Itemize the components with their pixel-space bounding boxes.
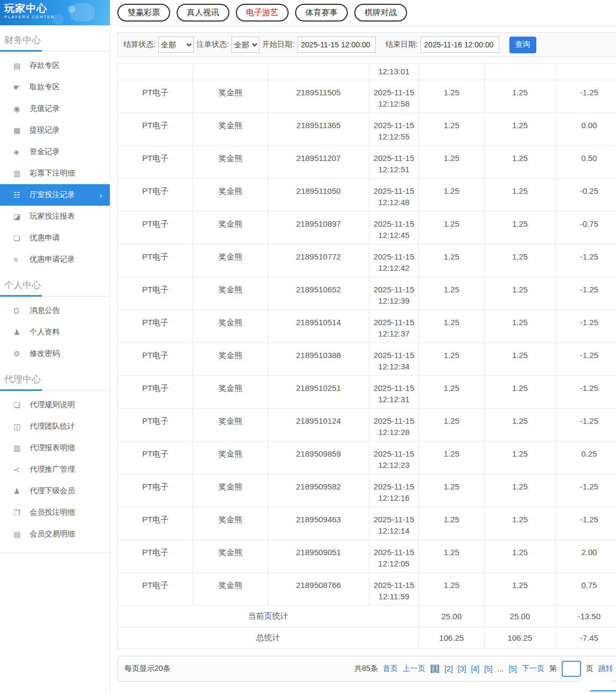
- next-page-link[interactable]: 下一页: [522, 664, 544, 674]
- nav-pill-active[interactable]: 电子游艺: [236, 4, 289, 22]
- cell-bet-amount: 1.25: [419, 113, 485, 146]
- cell-valid-amount: 1.25: [485, 244, 556, 277]
- first-page-link[interactable]: 首页: [383, 664, 398, 674]
- sidebar-item-label: 彩票下注明细: [30, 169, 75, 178]
- cell-profit: -0.75: [556, 212, 616, 244]
- sidebar-item-agent-team-stats[interactable]: ◫代理团队统计: [0, 416, 110, 437]
- cell-profit: -1.25: [556, 409, 616, 442]
- lottery-bet-detail-icon: ▥: [13, 169, 30, 178]
- bet-time: 12:12:48: [370, 197, 418, 208]
- agent-rules-icon: ❏: [13, 401, 30, 409]
- cell-bet-id: 2189510124: [268, 409, 369, 442]
- nav-pill-item[interactable]: 棋牌对战: [354, 4, 407, 22]
- jump-go-link[interactable]: 跳转: [598, 664, 613, 674]
- end-date-input[interactable]: [421, 37, 499, 53]
- last-page-link[interactable]: [5]: [508, 664, 517, 673]
- cell-game-name: 奖金熊: [193, 474, 268, 507]
- order-status-label: 注单状态:: [197, 40, 229, 50]
- bet-records-table-wrap: 12:13:01PT电子奖金熊21895115052025-11-1512:12…: [117, 63, 616, 649]
- page-link-1[interactable]: [1]: [430, 664, 440, 673]
- cell-game-name: 奖金熊: [193, 80, 268, 113]
- sidebar-item-member-trans-detail[interactable]: ▤会员交易明细: [0, 523, 110, 545]
- query-button[interactable]: 查询: [509, 37, 536, 53]
- cell-time: 2025-11-1512:12:45: [369, 212, 419, 244]
- sidebar-item-lottery-bet-detail[interactable]: ▥彩票下注明细: [0, 163, 110, 184]
- end-date-label: 结束日期:: [386, 40, 418, 50]
- circle-decoration-icon: [68, 5, 75, 13]
- start-date-label: 开始日期:: [262, 40, 295, 50]
- nav-pill-item[interactable]: 体育赛事: [295, 4, 348, 22]
- cell-bet-id: 2189510772: [268, 244, 369, 277]
- sidebar-item-label: 代理团队统计: [30, 422, 75, 431]
- cell-time: 2025-11-1512:12:58: [369, 80, 419, 113]
- hall-bet-record-icon: ☷: [13, 191, 30, 199]
- cell-bet-amount: 1.25: [419, 343, 485, 376]
- page-link-4[interactable]: [4]: [471, 664, 480, 673]
- sidebar-item-withdraw-record[interactable]: ▦提现记录: [0, 120, 110, 141]
- summary-valid-amount: 106.25: [485, 627, 556, 649]
- cell-time: 2025-11-1512:12:31: [369, 376, 419, 409]
- prev-page-link[interactable]: 上一页: [403, 664, 425, 674]
- cell-bet-id: 2189508766: [268, 573, 369, 606]
- cell-game: PT电子: [118, 277, 193, 310]
- cell-valid-amount: 1.25: [485, 343, 556, 376]
- nav-pill-item[interactable]: 雙赢彩票: [117, 4, 170, 22]
- sidebar-item-gear[interactable]: ⚙修改密码: [0, 343, 110, 365]
- cell-game: [118, 64, 193, 80]
- page-link-3[interactable]: [3]: [458, 664, 466, 673]
- order-status-select[interactable]: 全部: [232, 37, 260, 53]
- sidebar-item-withdraw-hand[interactable]: ☛取款专区: [0, 76, 110, 98]
- sidebar-bottom-divider: [0, 552, 110, 553]
- cell-game: PT电子: [118, 409, 193, 442]
- sidebar-item-agent-members[interactable]: ♟代理下级会员: [0, 480, 110, 502]
- jump-page-suffix: 页: [586, 664, 593, 674]
- cell-valid-amount: 1.25: [485, 179, 556, 212]
- sidebar-item-deposit-card[interactable]: ▤存款专区: [0, 55, 110, 76]
- sidebar-item-funds-record[interactable]: ◈资金记录: [0, 141, 110, 163]
- cell-game-name: 奖金熊: [193, 409, 268, 442]
- sidebar-item-agent-report-detail[interactable]: ▥代理报表明细: [0, 437, 110, 459]
- sidebar-item-label: 个人资料: [30, 327, 60, 337]
- cell-bet-id: 2189511505: [268, 80, 369, 113]
- sidebar-item-bell[interactable]: Ω消息公告: [0, 300, 110, 321]
- cell-game: PT电子: [118, 179, 193, 212]
- cell-game: PT电子: [118, 343, 193, 376]
- jump-page-input[interactable]: [562, 661, 581, 677]
- bet-date: 2025-11-15: [370, 251, 418, 262]
- table-row-partial: 12:13:01: [118, 64, 616, 80]
- sidebar-item-person[interactable]: ♟个人资料: [0, 321, 110, 343]
- summary-profit: -7.45: [556, 627, 616, 649]
- agent-promotion-icon: ≺: [13, 465, 30, 474]
- sidebar-item-label: 存款专区: [30, 61, 60, 71]
- sidebar-header: 玩家中心 PLAYERS CENTER: [0, 0, 110, 25]
- sidebar-item-label: 消息公告: [30, 306, 60, 316]
- funds-record-icon: ◈: [13, 148, 30, 156]
- cell-bet-id: 2189509051: [268, 540, 369, 573]
- section-title: 财务中心: [4, 34, 110, 46]
- gear-icon: ⚙: [13, 349, 30, 358]
- sidebar-item-agent-promotion[interactable]: ≺代理推广管理: [0, 459, 110, 480]
- start-date-input[interactable]: [297, 37, 376, 53]
- sidebar-item-promo-apply-record[interactable]: ≡优惠申请记录: [0, 249, 110, 270]
- cell-profit: 0.50: [556, 146, 616, 179]
- cell-game-name: 奖金熊: [193, 113, 268, 146]
- sidebar-item-label: 资金记录: [30, 147, 60, 157]
- cell-valid-amount: 1.25: [485, 474, 556, 507]
- table-row: PT电子奖金熊21895105142025-11-1512:12:371.251…: [118, 310, 616, 343]
- cell-time: 2025-11-1512:11:59: [369, 573, 419, 606]
- page-link-2[interactable]: [2]: [444, 664, 453, 673]
- cell-game: PT电子: [118, 146, 193, 179]
- page-link-5[interactable]: [5]: [484, 664, 493, 673]
- cell-valid-amount: 1.25: [485, 573, 556, 606]
- sidebar-item-agent-rules[interactable]: ❏代理规则说明: [0, 394, 110, 416]
- nav-pill-item[interactable]: 真人视讯: [177, 4, 229, 22]
- sidebar-item-hall-bet-record[interactable]: ☷厅室投注记录›: [0, 184, 110, 206]
- sidebar-item-member-bet-detail[interactable]: ❐会员投注明细: [0, 502, 110, 523]
- sidebar-item-player-bet-report[interactable]: ◪玩家投注报表: [0, 206, 110, 227]
- settle-status-select[interactable]: 全部: [158, 37, 194, 53]
- sidebar-item-promo-apply[interactable]: ❏优惠申请: [0, 227, 110, 249]
- sidebar-item-recharge-record[interactable]: ◉充值记录: [0, 98, 110, 120]
- section-divider: [0, 51, 110, 52]
- bet-time: 12:11:59: [370, 591, 418, 602]
- cell-game: PT电子: [118, 442, 193, 474]
